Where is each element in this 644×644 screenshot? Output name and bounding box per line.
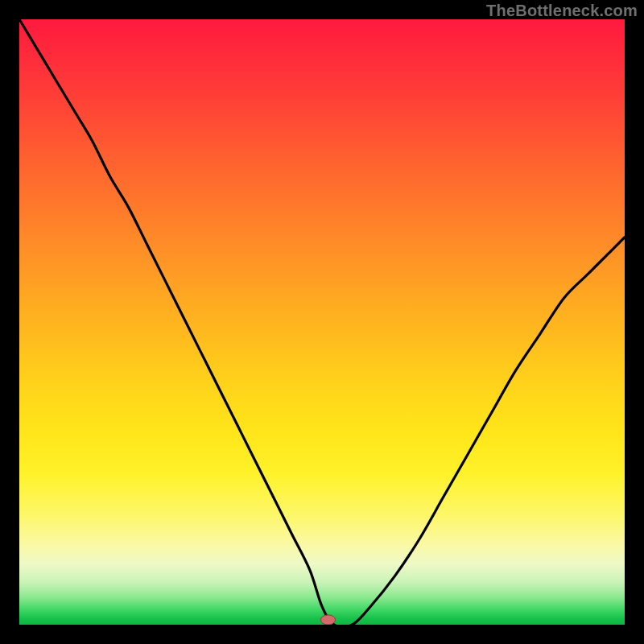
valley-marker (320, 615, 335, 625)
plot-area (19, 19, 625, 625)
attribution-text: TheBottleneck.com (486, 2, 638, 20)
chart-frame: TheBottleneck.com (0, 0, 644, 644)
bottleneck-curve (19, 19, 625, 625)
curve-svg (19, 19, 625, 625)
